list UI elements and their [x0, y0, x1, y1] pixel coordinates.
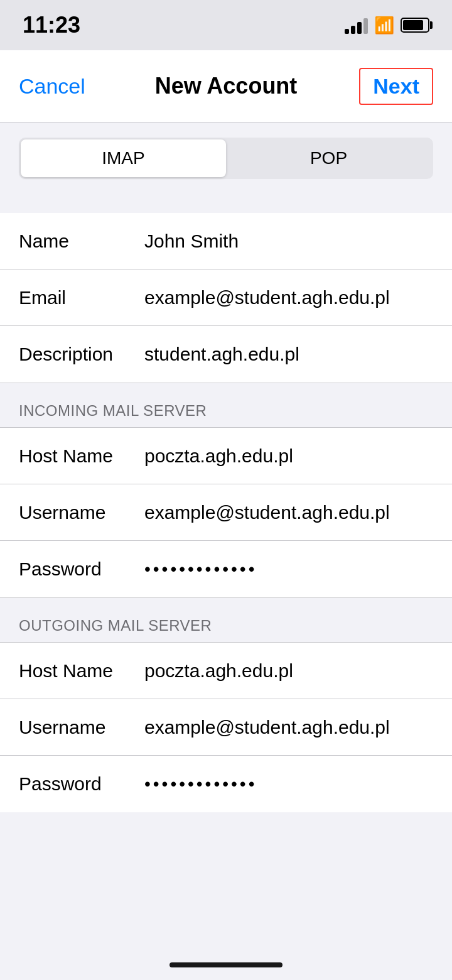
signal-icon: [345, 16, 368, 34]
incoming-password-value[interactable]: •••••••••••••: [144, 559, 257, 579]
next-button[interactable]: Next: [359, 68, 433, 105]
status-icons: 📶: [345, 16, 429, 35]
outgoing-hostname-row: Host Name poczta.agh.edu.pl: [0, 643, 452, 699]
segment-pop[interactable]: POP: [226, 139, 431, 177]
segment-section: IMAP POP: [0, 122, 452, 194]
incoming-hostname-row: Host Name poczta.agh.edu.pl: [0, 428, 452, 484]
bottom-spacer: [0, 812, 452, 888]
outgoing-hostname-value[interactable]: poczta.agh.edu.pl: [144, 660, 293, 682]
nav-bar: Cancel New Account Next: [0, 50, 452, 122]
incoming-server-title: INCOMING MAIL SERVER: [19, 402, 207, 419]
page-title: New Account: [155, 73, 298, 99]
wifi-icon: 📶: [374, 16, 394, 35]
name-label: Name: [19, 231, 144, 252]
status-bar: 11:23 📶: [0, 0, 452, 50]
segment-imap[interactable]: IMAP: [21, 139, 226, 177]
spacer-1: [0, 194, 452, 213]
incoming-hostname-label: Host Name: [19, 445, 144, 467]
incoming-username-value[interactable]: example@student.agh.edu.pl: [144, 502, 390, 523]
incoming-password-row: Password •••••••••••••: [0, 541, 452, 597]
basic-info-section: Name John Smith Email example@student.ag…: [0, 213, 452, 383]
email-value[interactable]: example@student.agh.edu.pl: [144, 287, 390, 308]
incoming-password-label: Password: [19, 558, 144, 580]
outgoing-server-section: Host Name poczta.agh.edu.pl Username exa…: [0, 643, 452, 812]
incoming-username-row: Username example@student.agh.edu.pl: [0, 484, 452, 541]
cancel-button[interactable]: Cancel: [19, 74, 85, 99]
outgoing-password-value[interactable]: •••••••••••••: [144, 774, 257, 794]
incoming-username-label: Username: [19, 502, 144, 523]
incoming-hostname-value[interactable]: poczta.agh.edu.pl: [144, 445, 293, 467]
outgoing-password-row: Password •••••••••••••: [0, 756, 452, 812]
name-value[interactable]: John Smith: [144, 231, 239, 252]
incoming-server-section: Host Name poczta.agh.edu.pl Username exa…: [0, 428, 452, 597]
outgoing-password-label: Password: [19, 773, 144, 795]
status-time: 11:23: [23, 12, 80, 38]
description-value[interactable]: student.agh.edu.pl: [144, 344, 299, 365]
outgoing-server-header: OUTGOING MAIL SERVER: [0, 597, 452, 643]
email-row: Email example@student.agh.edu.pl: [0, 270, 452, 326]
name-row: Name John Smith: [0, 213, 452, 270]
description-row: Description student.agh.edu.pl: [0, 326, 452, 383]
segment-control: IMAP POP: [19, 138, 433, 179]
outgoing-hostname-label: Host Name: [19, 660, 144, 682]
email-label: Email: [19, 287, 144, 308]
battery-icon: [401, 18, 429, 33]
outgoing-username-value[interactable]: example@student.agh.edu.pl: [144, 717, 390, 738]
incoming-server-header: INCOMING MAIL SERVER: [0, 383, 452, 428]
outgoing-server-title: OUTGOING MAIL SERVER: [19, 617, 212, 634]
description-label: Description: [19, 344, 144, 365]
home-indicator: [170, 962, 282, 967]
outgoing-username-label: Username: [19, 717, 144, 738]
outgoing-username-row: Username example@student.agh.edu.pl: [0, 699, 452, 756]
